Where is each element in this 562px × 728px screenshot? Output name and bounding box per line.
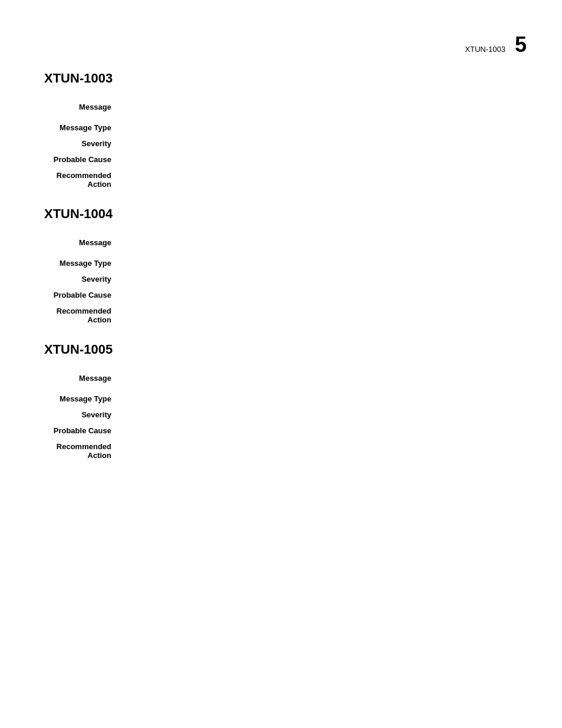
label-xtun-1003-severity: Severity bbox=[44, 139, 121, 148]
entry-row-xtun-1005-probable-cause: Probable Cause bbox=[44, 426, 527, 435]
label-xtun-1004-message: Message bbox=[44, 238, 121, 247]
entry-row-xtun-1003-message-type: Message Type bbox=[44, 123, 527, 132]
page-header: XTUN-1003 5 bbox=[465, 32, 527, 57]
entry-row-xtun-1003-message: Message bbox=[44, 103, 527, 111]
value-xtun-1003-severity bbox=[121, 139, 527, 148]
entry-row-xtun-1005-recommended-action: RecommendedAction bbox=[44, 442, 527, 460]
entry-row-xtun-1005-message: Message bbox=[44, 374, 527, 383]
value-xtun-1004-severity bbox=[121, 275, 527, 284]
label-xtun-1005-probable-cause: Probable Cause bbox=[44, 426, 121, 435]
value-xtun-1004-message bbox=[121, 238, 527, 247]
entry-xtun-1004: XTUN-1004MessageMessage TypeSeverityProb… bbox=[44, 206, 527, 324]
label-xtun-1005-message-type: Message Type bbox=[44, 394, 121, 403]
entry-row-xtun-1004-recommended-action: RecommendedAction bbox=[44, 307, 527, 324]
page-header-title: XTUN-1003 bbox=[465, 45, 505, 54]
label-xtun-1003-probable-cause: Probable Cause bbox=[44, 155, 121, 164]
entry-title-xtun-1004: XTUN-1004 bbox=[44, 206, 527, 222]
entry-row-xtun-1003-probable-cause: Probable Cause bbox=[44, 155, 527, 164]
entry-xtun-1003: XTUN-1003MessageMessage TypeSeverityProb… bbox=[44, 71, 527, 189]
label-xtun-1005-recommended-action: RecommendedAction bbox=[44, 442, 121, 460]
value-xtun-1003-message bbox=[121, 103, 527, 111]
label-xtun-1003-recommended-action: RecommendedAction bbox=[44, 171, 121, 189]
label-xtun-1004-severity: Severity bbox=[44, 275, 121, 284]
label-xtun-1004-message-type: Message Type bbox=[44, 259, 121, 268]
entry-xtun-1005: XTUN-1005MessageMessage TypeSeverityProb… bbox=[44, 342, 527, 460]
entry-row-xtun-1003-severity: Severity bbox=[44, 139, 527, 148]
value-xtun-1004-message-type bbox=[121, 259, 527, 268]
value-xtun-1005-probable-cause bbox=[121, 426, 527, 435]
main-content: XTUN-1003MessageMessage TypeSeverityProb… bbox=[44, 71, 527, 460]
value-xtun-1005-message bbox=[121, 374, 527, 383]
entry-row-xtun-1003-recommended-action: RecommendedAction bbox=[44, 171, 527, 189]
page-number: 5 bbox=[515, 32, 527, 57]
entry-row-xtun-1005-message-type: Message Type bbox=[44, 394, 527, 403]
entry-row-xtun-1005-severity: Severity bbox=[44, 410, 527, 419]
label-xtun-1004-recommended-action: RecommendedAction bbox=[44, 307, 121, 324]
entry-row-xtun-1004-message: Message bbox=[44, 238, 527, 247]
entry-row-xtun-1004-message-type: Message Type bbox=[44, 259, 527, 268]
value-xtun-1005-severity bbox=[121, 410, 527, 419]
value-xtun-1004-probable-cause bbox=[121, 291, 527, 299]
label-xtun-1004-probable-cause: Probable Cause bbox=[44, 291, 121, 299]
entry-title-xtun-1005: XTUN-1005 bbox=[44, 342, 527, 357]
value-xtun-1005-message-type bbox=[121, 394, 527, 403]
label-xtun-1005-message: Message bbox=[44, 374, 121, 383]
value-xtun-1004-recommended-action bbox=[121, 307, 527, 324]
entry-title-xtun-1003: XTUN-1003 bbox=[44, 71, 527, 86]
entry-row-xtun-1004-severity: Severity bbox=[44, 275, 527, 284]
label-xtun-1003-message-type: Message Type bbox=[44, 123, 121, 132]
label-xtun-1003-message: Message bbox=[44, 103, 121, 111]
label-xtun-1005-severity: Severity bbox=[44, 410, 121, 419]
entry-row-xtun-1004-probable-cause: Probable Cause bbox=[44, 291, 527, 299]
value-xtun-1003-recommended-action bbox=[121, 171, 527, 189]
value-xtun-1003-message-type bbox=[121, 123, 527, 132]
value-xtun-1005-recommended-action bbox=[121, 442, 527, 460]
value-xtun-1003-probable-cause bbox=[121, 155, 527, 164]
